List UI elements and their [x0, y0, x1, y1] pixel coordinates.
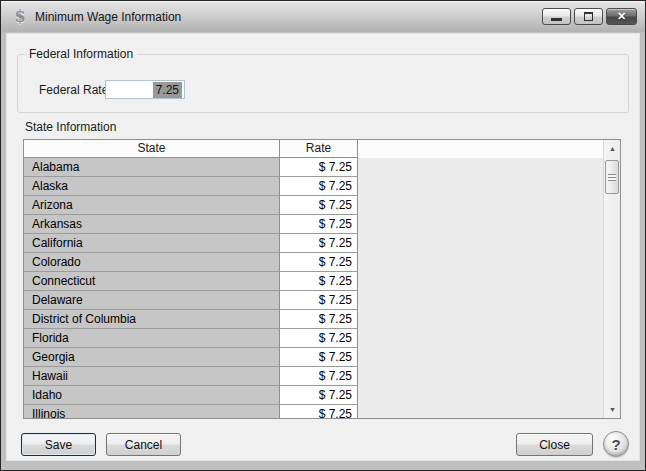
close-window-button[interactable]: ✕: [606, 8, 637, 25]
rate-cell[interactable]: $ 7.25: [280, 253, 358, 272]
titlebar[interactable]: $ Minimum Wage Information ✕: [1, 1, 645, 32]
federal-rate-input[interactable]: 7.25: [105, 80, 185, 99]
table-row[interactable]: Delaware $ 7.25: [24, 291, 620, 310]
rate-cell[interactable]: $ 7.25: [280, 272, 358, 291]
rate-cell[interactable]: $ 7.25: [280, 329, 358, 348]
arrow-down-icon: ▼: [609, 406, 616, 413]
federal-information-group: Federal Information Federal Rate 7.25: [17, 47, 629, 113]
scroll-up-button[interactable]: ▲: [604, 140, 621, 157]
maximize-icon: [584, 12, 593, 21]
minimize-button[interactable]: [542, 8, 571, 25]
rate-column-header[interactable]: Rate: [280, 140, 358, 158]
state-cell[interactable]: Illinois: [24, 405, 280, 419]
state-cell[interactable]: Georgia: [24, 348, 280, 367]
state-cell[interactable]: Florida: [24, 329, 280, 348]
dollar-icon: $: [12, 7, 28, 26]
state-cell[interactable]: Arkansas: [24, 215, 280, 234]
window-title: Minimum Wage Information: [35, 10, 181, 24]
rate-cell[interactable]: $ 7.25: [280, 348, 358, 367]
state-cell[interactable]: Colorado: [24, 253, 280, 272]
federal-group-legend: Federal Information: [25, 47, 137, 61]
cancel-button[interactable]: Cancel: [106, 433, 181, 456]
minimize-icon: [551, 18, 562, 21]
table-row[interactable]: Hawaii $ 7.25: [24, 367, 620, 386]
close-dialog-button[interactable]: Close: [516, 433, 593, 456]
table-row[interactable]: Idaho $ 7.25: [24, 386, 620, 405]
table-row[interactable]: Illinois $ 7.25: [24, 405, 620, 419]
rate-cell[interactable]: $ 7.25: [280, 158, 358, 177]
table-row[interactable]: Arizona $ 7.25: [24, 196, 620, 215]
rate-cell[interactable]: $ 7.25: [280, 291, 358, 310]
table-row[interactable]: Colorado $ 7.25: [24, 253, 620, 272]
rate-cell[interactable]: $ 7.25: [280, 405, 358, 419]
scrollbar-thumb[interactable]: [605, 160, 619, 194]
state-cell[interactable]: Arizona: [24, 196, 280, 215]
arrow-up-icon: ▲: [609, 145, 616, 152]
state-cell[interactable]: District of Columbia: [24, 310, 280, 329]
rate-cell[interactable]: $ 7.25: [280, 196, 358, 215]
rate-cell[interactable]: $ 7.25: [280, 234, 358, 253]
federal-rate-value: 7.25: [153, 82, 182, 98]
federal-rate-label: Federal Rate: [39, 83, 108, 97]
state-cell[interactable]: Alaska: [24, 177, 280, 196]
state-cell[interactable]: Idaho: [24, 386, 280, 405]
rate-cell[interactable]: $ 7.25: [280, 367, 358, 386]
table-row[interactable]: Florida $ 7.25: [24, 329, 620, 348]
table-row[interactable]: California $ 7.25: [24, 234, 620, 253]
state-information-label: State Information: [25, 120, 116, 134]
save-button[interactable]: Save: [21, 433, 96, 456]
rate-cell[interactable]: $ 7.25: [280, 215, 358, 234]
table-row[interactable]: Arkansas $ 7.25: [24, 215, 620, 234]
minimum-wage-window: $ Minimum Wage Information ✕ Federal Inf…: [0, 0, 646, 471]
table-header-row: State Rate: [24, 140, 620, 158]
dialog-content: Federal Information Federal Rate 7.25 St…: [6, 33, 640, 461]
vertical-scrollbar[interactable]: ▲ ▼: [603, 140, 620, 418]
thumb-grip-icon: [608, 174, 616, 181]
question-mark-icon: ?: [611, 436, 620, 453]
table-row[interactable]: District of Columbia $ 7.25: [24, 310, 620, 329]
rate-cell[interactable]: $ 7.25: [280, 177, 358, 196]
state-column-header[interactable]: State: [24, 140, 280, 158]
state-table: State Rate Alabama $ 7.25 Alaska $ 7.25 …: [23, 139, 621, 419]
state-cell[interactable]: Connecticut: [24, 272, 280, 291]
scroll-down-button[interactable]: ▼: [604, 401, 621, 418]
window-controls: ✕: [542, 8, 637, 25]
table-row[interactable]: Alabama $ 7.25: [24, 158, 620, 177]
table-row[interactable]: Alaska $ 7.25: [24, 177, 620, 196]
table-row[interactable]: Georgia $ 7.25: [24, 348, 620, 367]
table-row[interactable]: Connecticut $ 7.25: [24, 272, 620, 291]
close-icon: ✕: [617, 11, 626, 22]
rate-cell[interactable]: $ 7.25: [280, 386, 358, 405]
state-cell[interactable]: Alabama: [24, 158, 280, 177]
rate-cell[interactable]: $ 7.25: [280, 310, 358, 329]
state-cell[interactable]: Hawaii: [24, 367, 280, 386]
state-cell[interactable]: Delaware: [24, 291, 280, 310]
maximize-button[interactable]: [574, 8, 603, 25]
state-table-body: Alabama $ 7.25 Alaska $ 7.25 Arizona $ 7…: [24, 158, 620, 419]
state-cell[interactable]: California: [24, 234, 280, 253]
help-button[interactable]: ?: [603, 431, 629, 457]
